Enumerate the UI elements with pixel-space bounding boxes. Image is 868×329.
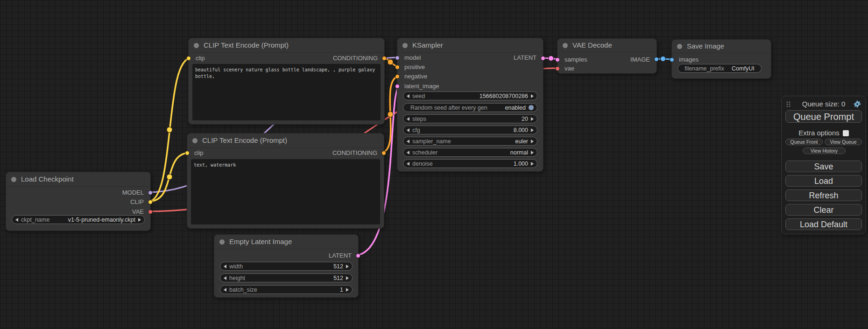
widget-value: normal	[510, 149, 528, 156]
negative-prompt-textarea[interactable]: text, watermark	[191, 159, 380, 224]
clip-output-slot[interactable]	[148, 200, 153, 204]
collapse-dot-icon[interactable]	[563, 43, 568, 48]
increment-arrow-icon[interactable]	[138, 218, 141, 222]
model-output-slot[interactable]	[148, 190, 153, 195]
random-seed-toggle-widget[interactable]: Random seed after every gen enabled	[403, 103, 537, 112]
node-header[interactable]: CLIP Text Encode (Prompt)	[187, 133, 384, 148]
decrement-arrow-icon[interactable]	[407, 94, 409, 98]
toggle-knob[interactable]	[529, 105, 534, 110]
queue-front-button[interactable]: Queue Front	[785, 139, 823, 145]
node-header[interactable]: CLIP Text Encode (Prompt)	[189, 38, 384, 53]
widget-label: width	[229, 263, 243, 270]
positive-input-slot[interactable]	[395, 65, 400, 70]
refresh-button[interactable]: Refresh	[785, 189, 862, 201]
slot-row: images	[672, 56, 771, 63]
widget-value: euler	[515, 138, 528, 145]
decrement-arrow-icon[interactable]	[407, 162, 409, 166]
conditioning-output-slot[interactable]	[381, 151, 386, 155]
collapse-dot-icon[interactable]	[11, 177, 16, 182]
seed-widget[interactable]: seed 156680208700286	[403, 91, 537, 100]
decrement-arrow-icon[interactable]	[224, 288, 226, 292]
save-button[interactable]: Save	[785, 161, 862, 172]
vae-output-slot[interactable]	[148, 210, 153, 214]
negative-input-slot[interactable]	[395, 74, 400, 79]
increment-arrow-icon[interactable]	[531, 151, 534, 154]
input-label: model	[404, 54, 421, 62]
width-widget[interactable]: width 512	[220, 262, 353, 271]
filename-prefix-widget[interactable]: filename_prefix ComfyUI	[677, 64, 762, 73]
steps-widget[interactable]: steps 20	[403, 114, 537, 123]
widget-value: v1-5-pruned-emaonly.ckpt	[68, 217, 135, 223]
increment-arrow-icon[interactable]	[346, 288, 349, 292]
ckpt-name-widget[interactable]: ckpt_name v1-5-pruned-emaonly.ckpt	[12, 215, 145, 224]
clip-input-slot[interactable]	[185, 151, 190, 155]
node-vae-decode[interactable]: VAE Decode samples IMAGE vae	[557, 38, 657, 74]
positive-prompt-textarea[interactable]: beautiful scenery nature glass bottle la…	[192, 64, 381, 120]
collapse-dot-icon[interactable]	[677, 44, 682, 49]
image-output-slot[interactable]	[654, 57, 659, 62]
decrement-arrow-icon[interactable]	[407, 151, 409, 154]
sampler-name-widget[interactable]: sampler_name euler	[403, 137, 537, 146]
decrement-arrow-icon[interactable]	[15, 218, 18, 222]
widget-label: steps	[412, 116, 426, 122]
widget-value: 512	[333, 263, 343, 270]
output-label: IMAGE	[630, 56, 650, 63]
vae-input-slot[interactable]	[555, 66, 560, 71]
gear-icon[interactable]	[854, 100, 861, 110]
increment-arrow-icon[interactable]	[531, 162, 534, 166]
view-history-button[interactable]: View History	[803, 147, 846, 154]
node-header[interactable]: Empty Latent Image	[214, 235, 358, 249]
cfg-widget[interactable]: cfg 8.000	[403, 126, 537, 134]
decrement-arrow-icon[interactable]	[224, 276, 226, 280]
queue-prompt-button[interactable]: Queue Prompt	[785, 110, 862, 123]
decrement-arrow-icon[interactable]	[224, 265, 226, 268]
collapse-dot-icon[interactable]	[402, 43, 408, 48]
node-header[interactable]: VAE Decode	[557, 39, 656, 52]
node-clip-text-encode-positive[interactable]: CLIP Text Encode (Prompt) clip CONDITION…	[188, 38, 385, 125]
node-empty-latent-image[interactable]: Empty Latent Image LATENT width 512 heig…	[214, 234, 359, 298]
load-default-button[interactable]: Load Default	[785, 218, 862, 230]
node-header[interactable]: Load Checkpoint	[6, 172, 150, 187]
images-input-slot[interactable]	[670, 57, 674, 62]
node-ksampler[interactable]: KSampler model LATENT positive negative …	[397, 38, 543, 172]
increment-arrow-icon[interactable]	[531, 117, 534, 121]
clear-button[interactable]: Clear	[785, 204, 862, 216]
batch-size-widget[interactable]: batch_size 1	[220, 285, 353, 294]
decrement-arrow-icon[interactable]	[407, 128, 409, 132]
node-header[interactable]: KSampler	[397, 38, 543, 53]
decrement-arrow-icon[interactable]	[407, 140, 409, 143]
height-widget[interactable]: height 512	[220, 273, 353, 282]
increment-arrow-icon[interactable]	[531, 94, 534, 98]
scheduler-widget[interactable]: scheduler normal	[403, 148, 537, 157]
node-header[interactable]: Save Image	[672, 40, 771, 53]
node-load-checkpoint[interactable]: Load Checkpoint MODEL CLIP VAE ckpt_name…	[6, 172, 151, 231]
node-save-image[interactable]: Save Image images filename_prefix ComfyU…	[671, 39, 771, 79]
increment-arrow-icon[interactable]	[346, 265, 349, 268]
conditioning-output-slot[interactable]	[382, 56, 387, 61]
widget-label: filename_prefix	[685, 65, 724, 72]
node-clip-text-encode-negative[interactable]: CLIP Text Encode (Prompt) clip CONDITION…	[187, 133, 384, 229]
samples-input-slot[interactable]	[555, 57, 560, 62]
extra-options-checkbox[interactable]	[843, 130, 849, 136]
link-midpoint-dot	[167, 174, 172, 180]
collapse-dot-icon[interactable]	[219, 239, 225, 245]
collapse-dot-icon[interactable]	[192, 138, 198, 143]
view-queue-button[interactable]: View Queue	[825, 139, 862, 145]
comfyui-canvas[interactable]: { "colors": { "model": "#b39ddb", "clip"…	[0, 0, 868, 329]
increment-arrow-icon[interactable]	[531, 140, 534, 143]
latent-output-slot[interactable]	[541, 56, 545, 61]
clip-input-slot[interactable]	[186, 56, 191, 61]
widget-value: 1	[340, 287, 343, 293]
collapse-dot-icon[interactable]	[194, 43, 199, 48]
slot-row: latent_image	[397, 83, 543, 90]
latent-image-input-slot[interactable]	[395, 84, 400, 89]
queue-panel-header: Queue size: 0	[782, 100, 866, 108]
extra-options-row: Extra options	[782, 129, 866, 137]
increment-arrow-icon[interactable]	[531, 128, 534, 132]
model-input-slot[interactable]	[395, 56, 400, 60]
denoise-widget[interactable]: denoise 1.000	[403, 159, 537, 168]
increment-arrow-icon[interactable]	[346, 276, 349, 280]
load-button[interactable]: Load	[785, 175, 862, 187]
latent-output-slot[interactable]	[356, 253, 360, 258]
decrement-arrow-icon[interactable]	[407, 117, 409, 121]
